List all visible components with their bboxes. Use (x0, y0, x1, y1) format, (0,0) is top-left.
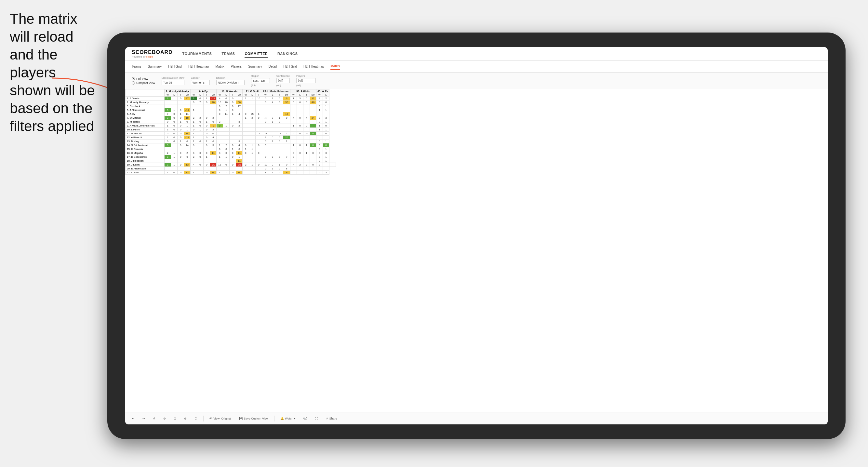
cell: 25 (249, 112, 256, 116)
comment-btn[interactable]: 💬 (302, 416, 309, 421)
clock-btn[interactable]: ⏱ (192, 416, 199, 421)
subnav-players[interactable]: Players (231, 63, 242, 70)
cell (283, 108, 290, 112)
cell: 0 (303, 124, 310, 128)
division-select[interactable]: NCAA Division II (216, 80, 245, 85)
cell: 0 (276, 139, 283, 144)
subnav-summary[interactable]: Summary (148, 63, 162, 70)
cell (297, 167, 303, 171)
cell: 1 (243, 147, 249, 151)
table-row: 21. O Stoll 4 0 0 33 1 1 0 14 1 1 0 (126, 171, 336, 175)
fullscreen-btn[interactable]: ⛶ (313, 416, 320, 421)
reset-btn[interactable]: ↺ (151, 416, 157, 421)
za-w: W (316, 93, 322, 97)
cell: 1 (256, 112, 262, 116)
subnav-summary2[interactable]: Summary (248, 63, 262, 70)
subnav-matrix2[interactable]: Matrix (331, 63, 340, 70)
cell (310, 128, 316, 132)
logo-clippd: clippd (146, 55, 153, 58)
cell: 0 (184, 139, 191, 144)
cell: 0 (316, 159, 322, 163)
cell: 10 (223, 100, 229, 104)
cell (297, 135, 303, 139)
cell (276, 104, 283, 108)
view-original-btn[interactable]: 👁 View: Original (208, 416, 233, 421)
gender-select[interactable]: Women's (191, 80, 210, 85)
cell (290, 120, 297, 124)
cell (204, 159, 210, 163)
cell: 1 (303, 144, 310, 147)
redo-btn[interactable]: ↪ (141, 416, 147, 421)
cell: 0 (164, 120, 171, 124)
player-name: 14. S Srichantamit (126, 144, 164, 147)
nav-tournaments[interactable]: TOURNAMENTS (182, 51, 212, 58)
subnav-h2hheatmap2[interactable]: H2H Heatmap (303, 63, 324, 70)
subnav-matrix[interactable]: Matrix (215, 63, 224, 70)
cell: 0 (322, 124, 329, 128)
cell: 0 (243, 151, 249, 155)
zoom-fit-btn[interactable]: ⊡ (172, 416, 178, 421)
cell (171, 100, 178, 104)
subnav-teams[interactable]: Teams (132, 63, 141, 70)
ady-l: L (197, 93, 204, 97)
matrix-scroll-area[interactable]: 2. M Kelly Mulcahy 6. A Dy 11. G Woods 2… (125, 89, 828, 425)
cell (256, 135, 262, 139)
nav-teams[interactable]: TEAMS (221, 51, 235, 58)
watch-btn[interactable]: 🔔 Watch ▾ (278, 416, 298, 421)
cell: 0 (178, 144, 184, 147)
cell: 2 (217, 120, 223, 124)
cell: 6 (322, 100, 329, 104)
compact-view-label: Compact View (136, 81, 155, 85)
conference-select[interactable]: (All) (276, 78, 290, 83)
cell: 1 (191, 132, 197, 135)
table-row: 20. E Andersson (126, 167, 336, 171)
cell (243, 139, 249, 144)
max-players-select[interactable]: Top 25 (162, 80, 184, 85)
cell: 0 (297, 151, 303, 155)
cell (276, 124, 283, 128)
cell (164, 147, 171, 151)
radio-compact-view[interactable]: Compact View (132, 81, 155, 85)
col-group-mulcahy: 2. M Kelly Mulcahy (164, 89, 191, 93)
share-btn[interactable]: ↗ Share (323, 416, 339, 421)
cell (303, 167, 310, 171)
cell: 1 (249, 163, 256, 167)
ady-dif: Dif (210, 93, 217, 97)
save-custom-btn[interactable]: 💾 Save Custom View (237, 416, 270, 421)
subnav-h2hheatmap[interactable]: H2H Heatmap (188, 63, 209, 70)
cell: 8 (283, 167, 290, 171)
zoom-out-btn[interactable]: ⊖ (161, 416, 168, 421)
table-row: 15. H Stranda 0 0 1 0 (126, 147, 336, 151)
filter-conference: Conference (All) (All) (276, 74, 290, 87)
cell: 1 (269, 167, 276, 171)
cell: 14 (184, 144, 191, 147)
cell: 5 (210, 144, 217, 147)
subnav-h2hgrid2[interactable]: H2H Grid (283, 63, 297, 70)
cell: 0 (310, 163, 316, 167)
zoom-in-btn[interactable]: ⊕ (182, 416, 189, 421)
cell (290, 108, 297, 112)
filter-max-players: Max players in view Top 25 (162, 76, 184, 85)
region-select[interactable]: East - DII (251, 78, 270, 83)
table-row: 12. A Bianchi 2 0 0 -18 1 1 0 4 (126, 135, 336, 139)
cell: 0 (223, 151, 229, 155)
subnav-h2hgrid[interactable]: H2H Grid (168, 63, 182, 70)
cell: 1 (322, 155, 329, 159)
cell (269, 151, 276, 155)
cell (236, 116, 243, 120)
toolbar-sep2 (274, 416, 275, 422)
cell: 3 (191, 151, 197, 155)
players-select[interactable]: (All) (296, 78, 316, 83)
undo-btn[interactable]: ↩ (130, 416, 136, 421)
radio-full-view[interactable]: Full View (132, 77, 155, 80)
table-row: 10. L Perini 3 0 0 1 0 1 0 2 (126, 128, 336, 132)
subnav-detail[interactable]: Detail (269, 63, 277, 70)
cell: -11 (184, 108, 191, 112)
col-group-webb: 38. A Webb (290, 89, 316, 93)
nav-rankings[interactable]: RANKINGS (277, 51, 298, 58)
cell (303, 159, 310, 163)
cell: 13 (283, 112, 290, 116)
cell: 0 (229, 155, 236, 159)
nav-committee[interactable]: COMMITTEE (245, 51, 268, 58)
cell: 0 (178, 97, 184, 100)
